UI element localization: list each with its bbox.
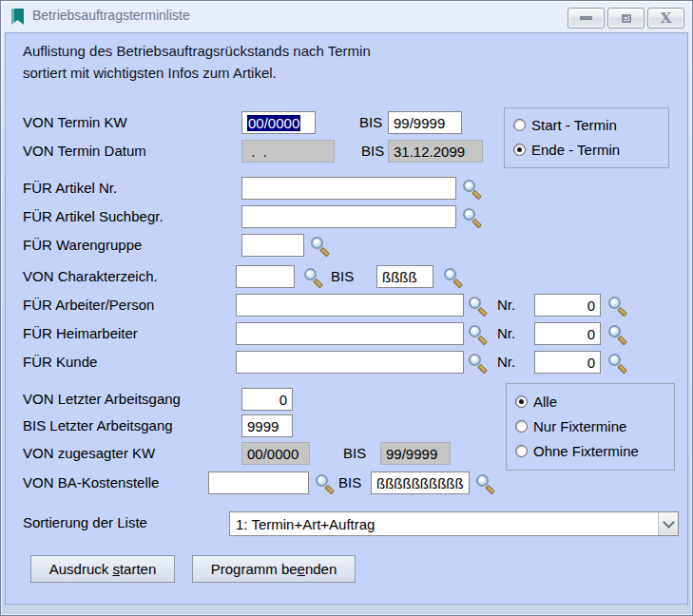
button-accel-char: e xyxy=(298,561,305,577)
dialog-content: Auflistung des Betriebsauftragsrückstand… xyxy=(5,32,688,605)
zugesagte-kw-von-input: 00/0000 xyxy=(241,442,310,465)
termin-type-group: Start - Termin Ende - Termin xyxy=(504,107,669,168)
minimize-icon xyxy=(580,16,592,20)
radio-nur-fixtermine[interactable]: Nur Fixtermine xyxy=(515,416,626,435)
zugesagte-kw-bis-input: 99/9999 xyxy=(380,442,451,465)
title-bar[interactable]: Betriebsauftragsterminliste X xyxy=(2,1,691,32)
radio-start-termin[interactable]: Start - Termin xyxy=(513,115,617,134)
zugesagte-kw-bis-label: BIS xyxy=(343,442,366,465)
artikel-such-input[interactable] xyxy=(241,205,456,228)
radio-label[interactable]: Alle xyxy=(533,394,557,410)
von-letzter-ag-label: VON Letzter Arbeitsgang xyxy=(23,388,181,411)
charakterzeich-label: VON Charakterzeich. xyxy=(23,265,158,288)
close-icon: X xyxy=(661,11,672,26)
search-icon-arbeiter-nr[interactable] xyxy=(608,297,626,315)
ba-kostenstelle-bis-input[interactable]: ßßßßßßßßßß xyxy=(371,472,470,494)
search-icon-warengruppe[interactable] xyxy=(311,237,329,255)
search-icon-heimarbeiter-nr[interactable] xyxy=(608,325,626,343)
window-controls: X xyxy=(568,8,684,29)
search-icon-artikel-nr[interactable] xyxy=(463,180,481,198)
search-icon-ba-kostenstelle-bis[interactable] xyxy=(476,474,494,492)
window-title: Betriebsauftragsterminliste xyxy=(32,8,190,23)
termin-kw-label: VON Termin KW xyxy=(23,111,127,134)
search-icon-heimarbeiter[interactable] xyxy=(469,325,487,343)
button-label-part: Programm be xyxy=(211,561,298,577)
radio-label[interactable]: Start - Termin xyxy=(531,117,617,133)
description-line2: sortiert mit wichtigsten Infos zum Artik… xyxy=(23,65,277,81)
close-button[interactable]: X xyxy=(647,8,684,29)
charakterzeich-von-input[interactable] xyxy=(236,265,295,288)
search-icon-kunde-nr[interactable] xyxy=(608,354,626,372)
heimarbeiter-label: FÜR Heimarbeiter xyxy=(23,322,138,345)
application-window: Betriebsauftragsterminliste X Auflistung… xyxy=(0,0,693,616)
arbeiter-nr-label: Nr. xyxy=(497,294,515,317)
termin-kw-von-input[interactable]: 00/0000 xyxy=(241,111,316,134)
search-icon-artikel-such[interactable] xyxy=(463,208,481,226)
termin-kw-bis-label: BIS xyxy=(359,111,382,134)
chevron-shape xyxy=(663,516,675,529)
termin-datum-bis-input: 31.12.2099 xyxy=(388,140,483,163)
sort-select[interactable]: 1: Termin+Art+Auftrag xyxy=(229,511,679,536)
radio-circle-checked[interactable] xyxy=(515,395,528,408)
bis-letzter-ag-input[interactable]: 9999 xyxy=(241,414,293,437)
sortierung-label: Sortierung der Liste xyxy=(23,511,147,534)
ba-kostenstelle-bis-label: BIS xyxy=(338,472,361,494)
heimarbeiter-nr-label: Nr. xyxy=(497,322,515,345)
radio-label[interactable]: Ende - Termin xyxy=(531,142,620,158)
zugesagte-kw-label: VON zugesagter KW xyxy=(23,442,155,465)
search-icon-arbeiter[interactable] xyxy=(469,297,487,315)
exit-button[interactable]: Programm beenden xyxy=(192,555,356,583)
radio-ohne-fixtermine[interactable]: Ohne Fixtermine xyxy=(515,441,639,460)
search-icon-kunde[interactable] xyxy=(469,354,487,372)
heimarbeiter-nr-input[interactable]: 0 xyxy=(534,322,601,345)
radio-circle-unchecked[interactable] xyxy=(515,445,528,457)
button-label-part: tarten xyxy=(120,561,156,577)
termin-datum-label: VON Termin Datum xyxy=(23,140,146,163)
search-icon-charakterzeich-bis[interactable] xyxy=(444,268,462,286)
warengruppe-label: FÜR Warengruppe xyxy=(23,234,142,257)
radio-circle-unchecked[interactable] xyxy=(513,119,526,131)
termin-datum-bis-label: BIS xyxy=(361,140,384,163)
arbeiter-nr-input[interactable]: 0 xyxy=(534,294,601,317)
chevron-down-icon[interactable] xyxy=(658,512,678,535)
search-icon-ba-kostenstelle-von[interactable] xyxy=(316,474,334,492)
warengruppe-input[interactable] xyxy=(241,234,304,257)
radio-label[interactable]: Ohne Fixtermine xyxy=(533,443,639,459)
radio-circle-unchecked[interactable] xyxy=(515,420,528,433)
minimize-button[interactable] xyxy=(568,8,605,29)
arbeiter-input[interactable] xyxy=(236,294,464,317)
charakterzeich-bis-label: BIS xyxy=(331,265,354,288)
kunde-label: FÜR Kunde xyxy=(23,351,97,374)
kunde-input[interactable] xyxy=(236,351,464,374)
description-line1: Auflistung des Betriebsauftragsrückstand… xyxy=(23,43,371,59)
kunde-nr-input[interactable]: 0 xyxy=(534,351,601,374)
ba-kostenstelle-label: VON BA-Kostenstelle xyxy=(23,472,159,494)
artikel-nr-label: FÜR Artikel Nr. xyxy=(23,177,117,200)
artikel-nr-input[interactable] xyxy=(241,177,456,200)
maximize-button[interactable] xyxy=(607,8,645,29)
print-button[interactable]: Ausdruck starten xyxy=(30,555,175,583)
radio-ende-termin[interactable]: Ende - Termin xyxy=(513,140,620,159)
maximize-icon xyxy=(622,14,631,23)
arbeiter-label: FÜR Arbeiter/Person xyxy=(23,294,154,317)
von-letzter-ag-input[interactable]: 0 xyxy=(241,388,293,411)
sort-select-value: 1: Termin+Art+Auftrag xyxy=(230,516,658,532)
ba-kostenstelle-von-input[interactable] xyxy=(208,472,309,494)
search-icon-charakterzeich-von[interactable] xyxy=(304,268,322,286)
radio-label[interactable]: Nur Fixtermine xyxy=(533,418,626,434)
termin-kw-bis-input[interactable]: 99/9999 xyxy=(388,111,462,134)
bis-letzter-ag-label: BIS Letzter Arbeitsgang xyxy=(23,414,173,437)
fixtermine-group: Alle Nur Fixtermine Ohne Fixtermine xyxy=(506,383,675,471)
heimarbeiter-input[interactable] xyxy=(236,322,464,345)
radio-circle-checked[interactable] xyxy=(513,144,526,156)
bookmark-icon xyxy=(11,9,24,25)
radio-alle[interactable]: Alle xyxy=(515,392,557,411)
selected-text: 00/0000 xyxy=(247,115,300,131)
charakterzeich-bis-input[interactable]: ßßßß xyxy=(376,265,433,288)
button-accel-char: s xyxy=(112,561,120,577)
button-label-part: nden xyxy=(305,561,337,577)
artikel-such-label: FÜR Artikel Suchbegr. xyxy=(23,205,164,228)
button-label-part: Ausdruck xyxy=(49,561,113,577)
kunde-nr-label: Nr. xyxy=(497,351,515,374)
termin-datum-von-input: . . xyxy=(241,140,335,163)
